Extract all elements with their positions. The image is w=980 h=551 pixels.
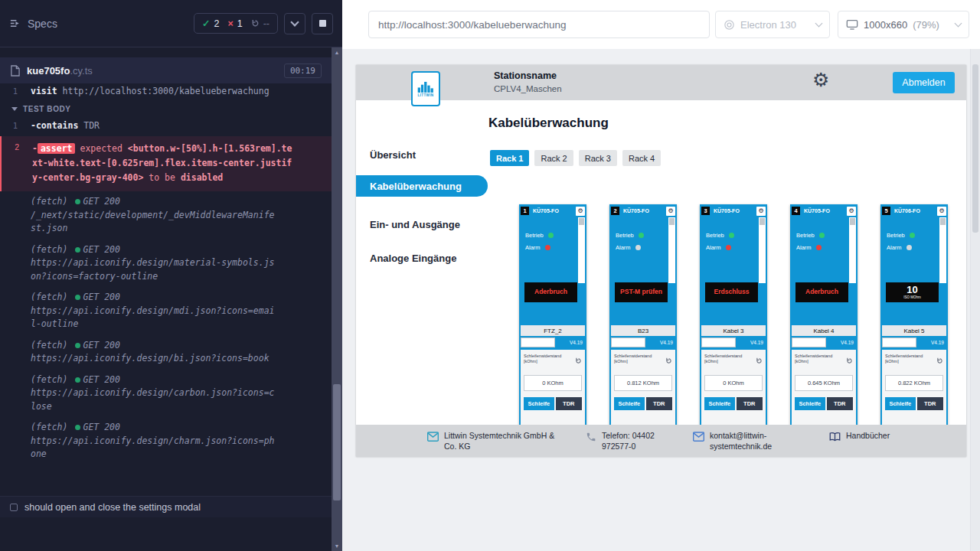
cable-name-input[interactable] <box>792 337 826 347</box>
resistance-label: Schleifenwiderstand [kOhm] <box>614 354 658 364</box>
device-number: 4 <box>792 207 800 215</box>
schleife-button[interactable]: Schleife <box>614 397 645 410</box>
test-body-section[interactable]: TEST BODY <box>0 99 332 117</box>
scroll-down-icon[interactable]: ▼ <box>332 543 342 549</box>
device-cards: 1 KÜ705-FO ⚙ Betrieb Alarm Aderbruch FTZ… <box>519 204 948 425</box>
scrollbar-thumb[interactable] <box>972 64 978 233</box>
device-number: 2 <box>611 207 619 215</box>
browser-bar: Electron 130 1000x660 (79%) <box>342 0 980 49</box>
fetch-url: https://api.iconify.design/bi.json?icons… <box>31 352 277 366</box>
refresh-icon[interactable] <box>575 354 582 367</box>
device-scrollbar[interactable] <box>668 217 675 283</box>
device-scrollbar[interactable] <box>759 217 766 283</box>
cable-name-input[interactable] <box>611 337 645 347</box>
device-number: 3 <box>701 207 710 215</box>
failed-assert-command[interactable]: 2 -assertexpected <button.w-[50%].h-[1.5… <box>0 136 332 191</box>
logout-button[interactable]: Abmelden <box>893 72 955 93</box>
collapse-panel-button[interactable] <box>284 13 305 34</box>
footer-email[interactable]: kontakt@littwin-systemtechnik.de <box>693 431 777 452</box>
cable-name: Kabel 4 <box>792 325 856 336</box>
sidebar-item-kabelueberwachung[interactable]: Kabelüberwachung <box>356 175 488 197</box>
schleife-button[interactable]: Schleife <box>885 397 916 410</box>
device-card-1: 1 KÜ705-FO ⚙ Betrieb Alarm Aderbruch FTZ… <box>519 204 586 425</box>
check-icon: ✓ <box>202 18 210 29</box>
littwin-logo-icon <box>416 81 435 93</box>
tdr-button[interactable]: TDR <box>737 397 763 410</box>
tdr-button[interactable]: TDR <box>556 397 582 410</box>
tab-rack-4[interactable]: Rack 4 <box>622 150 661 166</box>
refresh-icon[interactable] <box>665 354 672 367</box>
status-ok-dot <box>75 343 80 348</box>
fetch-log-entry[interactable]: (fetch)GET 200 https://api.iconify.desig… <box>0 417 332 465</box>
scroll-up-icon[interactable]: ▲ <box>332 50 342 55</box>
device-card-4: 4 KÜ705-FO ⚙ Betrieb Alarm Aderbruch Kab… <box>790 204 858 425</box>
sidebar-item-analoge-eingaenge[interactable]: Analoge Eingänge <box>356 247 488 269</box>
aut-scrollbar[interactable] <box>970 49 980 551</box>
sidebar-item-ein-ausgaenge[interactable]: Ein- und Ausgänge <box>356 214 488 235</box>
stat-failed[interactable]: ×1 <box>227 18 242 29</box>
command-name: -contains <box>31 120 78 131</box>
aut-panel: Electron 130 1000x660 (79%) Stationsname… <box>342 0 980 551</box>
stat-pending[interactable]: -- <box>251 18 270 29</box>
assert-badge: assert <box>38 143 76 154</box>
chevron-down-icon <box>815 20 823 28</box>
device-gear-icon[interactable]: ⚙ <box>847 207 856 216</box>
schleife-button[interactable]: Schleife <box>524 397 554 410</box>
alarm-label: Alarm <box>706 244 721 251</box>
refresh-icon[interactable] <box>846 354 853 367</box>
device-card-5: 5 KÜ706-FO ⚙ Betrieb Alarm 10ISO MOhm Ka… <box>880 204 948 425</box>
command-arg: TDR <box>83 120 100 131</box>
next-test-row[interactable]: should open and close the settings modal <box>0 496 332 517</box>
browser-select[interactable]: Electron 130 <box>715 11 830 38</box>
device-scrollbar[interactable] <box>578 217 585 283</box>
viewport-select[interactable]: 1000x660 (79%) <box>838 11 969 38</box>
fetch-log-entry[interactable]: (fetch)GET 200 https://api.iconify.desig… <box>0 335 332 370</box>
reporter-scrollbar[interactable]: ▲ ▼ <box>332 47 342 551</box>
specs-menu-button[interactable]: Specs <box>9 18 57 30</box>
device-model: KÜ706-FO <box>894 208 920 214</box>
status-ok-dot <box>75 377 80 383</box>
cable-name-input[interactable] <box>521 337 555 347</box>
cable-name-input[interactable] <box>882 337 916 347</box>
fetch-log-entry[interactable]: (fetch)GET 200 /_next/static/development… <box>0 191 332 240</box>
sidebar-item-uebersicht[interactable]: Übersicht <box>356 144 488 165</box>
refresh-icon[interactable] <box>756 354 763 367</box>
footer-phone: Telefon: 04402 972577-0 <box>586 431 685 452</box>
specs-list-icon <box>9 18 21 29</box>
url-input[interactable] <box>368 11 710 38</box>
device-scrollbar[interactable] <box>939 217 946 283</box>
device-gear-icon[interactable]: ⚙ <box>937 207 946 216</box>
littwin-logo: LITTWIN <box>411 71 440 106</box>
device-gear-icon[interactable]: ⚙ <box>666 207 675 216</box>
spec-file-row[interactable]: kue705fo.cy.ts 00:19 <box>0 57 332 83</box>
fetch-log-entry[interactable]: (fetch)GET 200 https://api.iconify.desig… <box>0 240 332 288</box>
betrieb-led <box>639 233 644 238</box>
schleife-button[interactable]: Schleife <box>704 397 735 410</box>
alarm-label: Alarm <box>887 244 902 251</box>
stat-passed[interactable]: ✓2 <box>202 18 219 29</box>
device-model: KÜ705-FO <box>533 208 559 214</box>
device-gear-icon[interactable]: ⚙ <box>576 207 585 216</box>
status-ok-dot <box>75 247 80 253</box>
tab-rack-2[interactable]: Rack 2 <box>534 150 573 166</box>
scrollbar-thumb[interactable] <box>333 384 341 500</box>
cable-name-input[interactable] <box>701 337 736 347</box>
fetch-log-entry[interactable]: (fetch)GET 200 https://api.iconify.desig… <box>0 287 332 335</box>
device-scrollbar[interactable] <box>849 217 856 283</box>
stop-tests-button[interactable] <box>312 13 333 34</box>
device-gear-icon[interactable]: ⚙ <box>756 207 766 216</box>
schleife-button[interactable]: Schleife <box>795 397 825 410</box>
tab-rack-3[interactable]: Rack 3 <box>579 150 617 166</box>
tdr-button[interactable]: TDR <box>646 397 672 410</box>
tdr-button[interactable]: TDR <box>917 397 943 410</box>
refresh-icon[interactable] <box>936 354 943 367</box>
device-model: KÜ705-FO <box>804 208 830 214</box>
fetch-log-entry[interactable]: (fetch)GET 200 https://api.iconify.desig… <box>0 370 332 418</box>
fetch-url: https://api.iconify.design/material-symb… <box>31 256 277 283</box>
tab-rack-1[interactable]: Rack 1 <box>490 150 529 166</box>
contains-command[interactable]: 1 -contains TDR <box>0 117 332 134</box>
tdr-button[interactable]: TDR <box>827 397 853 410</box>
footer-handbooks[interactable]: Handbücher <box>829 431 890 445</box>
visit-command[interactable]: 1 visit http://localhost:3000/kabelueber… <box>0 83 332 99</box>
settings-gear-icon[interactable]: ⚙ <box>812 70 829 90</box>
